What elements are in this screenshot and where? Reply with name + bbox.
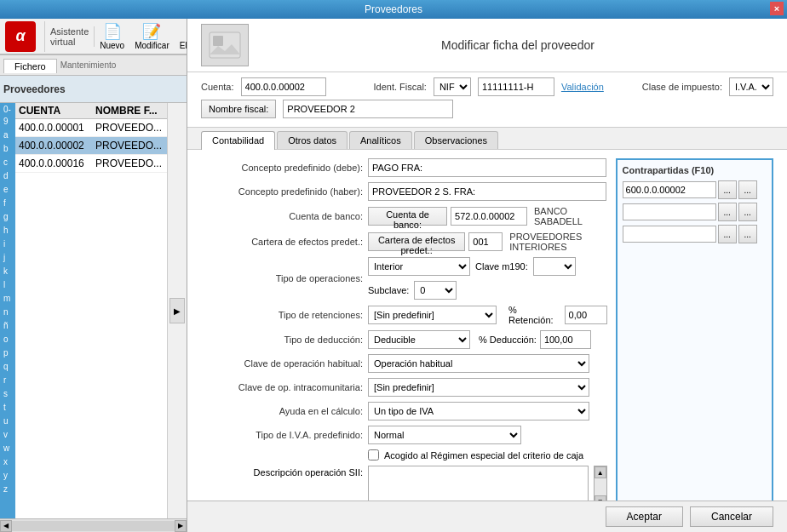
alpha-s[interactable]: s [0, 387, 15, 401]
modificar-label: Modificar [135, 41, 169, 50]
nif-input[interactable] [478, 77, 554, 96]
alpha-j[interactable]: j [0, 251, 15, 265]
validacion-link[interactable]: Validación [561, 82, 604, 92]
alpha-k[interactable]: k [0, 265, 15, 278]
alpha-u[interactable]: u [0, 415, 15, 428]
scroll-left[interactable]: ◀ [0, 520, 12, 532]
alpha-n[interactable]: n [0, 306, 15, 319]
cuenta-banco-button[interactable]: Cuenta de banco: [368, 207, 447, 226]
cartera-label: Cartera de efectos predet.: [201, 237, 363, 247]
tipo-deduccion-select[interactable]: Deducible [368, 330, 470, 349]
alpha-i[interactable]: i [0, 237, 15, 251]
scroll-right[interactable]: ▶ [175, 520, 187, 532]
title-bar-text: Proveedores [365, 3, 422, 15]
close-button[interactable]: × [770, 2, 784, 15]
cartera-input[interactable] [468, 232, 503, 251]
contra-input-3[interactable] [623, 226, 716, 243]
row-nombre-3: PROVEEDO... [95, 157, 164, 169]
contra-input-2[interactable] [623, 203, 716, 220]
contra-ellipsis-2b[interactable]: ... [738, 203, 757, 221]
mantenimiento-label: Mantenimiento [57, 57, 120, 73]
asistente-virtual-button[interactable]: Asistentevirtual [45, 26, 95, 47]
alpha-f[interactable]: f [0, 197, 15, 210]
contra-row-2: ... ... [623, 203, 767, 221]
cuenta-banco-input[interactable] [451, 207, 527, 226]
subclave-select[interactable]: 0 [414, 281, 457, 300]
alpha-0-9[interactable]: 0-9 [0, 103, 15, 129]
tipo-retenciones-select[interactable]: [Sin predefinir] [368, 306, 497, 324]
list-item[interactable]: 400.0.0.00016 PROVEEDO... [15, 155, 167, 173]
alpha-x[interactable]: x [0, 455, 15, 469]
title-bar: Proveedores × [0, 0, 787, 19]
alpha-l[interactable]: l [0, 278, 15, 292]
alpha-t[interactable]: t [0, 401, 15, 415]
alpha-w[interactable]: w [0, 442, 15, 455]
clave-intra-select[interactable]: [Sin predefinir] [368, 378, 589, 397]
alpha-z[interactable]: z [0, 483, 15, 496]
alpha-b[interactable]: b [0, 142, 15, 156]
contra-ellipsis-3a[interactable]: ... [718, 225, 737, 243]
tab-observaciones[interactable]: Observaciones [414, 131, 498, 149]
pct-deduccion-input[interactable] [540, 330, 591, 349]
tab-analiticos[interactable]: Analíticos [349, 131, 412, 149]
alpha-p[interactable]: p [0, 346, 15, 360]
tipo-iva-select[interactable]: Normal [368, 426, 521, 444]
asistente-virtual-label: Asistentevirtual [50, 26, 89, 47]
list-item[interactable]: 400.0.0.00001 PROVEEDO... [15, 119, 167, 137]
alpha-c[interactable]: c [0, 156, 15, 169]
alpha-e[interactable]: e [0, 183, 15, 197]
atena-logo: α [5, 21, 36, 52]
alpha-r[interactable]: r [0, 374, 15, 387]
contra-input-1[interactable] [623, 181, 716, 198]
contra-ellipsis-1b[interactable]: ... [738, 180, 757, 199]
cuenta-input[interactable] [241, 77, 326, 96]
desc-sii-textarea[interactable] [368, 466, 589, 501]
contra-ellipsis-3b[interactable]: ... [738, 225, 757, 243]
clave-m190-select[interactable] [533, 257, 576, 276]
desc-scrollbar[interactable]: ▲ ▼ [594, 466, 607, 501]
alpha-ñ[interactable]: ñ [0, 319, 15, 333]
row-cuenta-2: 400.0.0.00002 [19, 140, 95, 152]
tipo-deduccion-label: Tipo de deducción: [201, 335, 363, 345]
alpha-v[interactable]: v [0, 428, 15, 442]
tab-otros-datos[interactable]: Otros datos [277, 131, 348, 149]
row-cuenta-3: 400.0.0.00016 [19, 157, 95, 169]
pct-retencion-input[interactable] [565, 306, 607, 324]
nombre-fiscal-button[interactable]: Nombre fiscal: [201, 100, 276, 118]
modificar-button[interactable]: 📝 Modificar [129, 20, 175, 52]
tipo-operaciones-select[interactable]: Interior [368, 257, 470, 276]
alpha-o[interactable]: o [0, 333, 15, 346]
alpha-a[interactable]: a [0, 129, 15, 142]
concepto-debe-input[interactable] [368, 158, 606, 177]
cartera-button[interactable]: Cartera de efectos predet.: [368, 232, 465, 251]
nuevo-button[interactable]: 📄 Nuevo [95, 20, 129, 52]
clase-impuesto-select[interactable]: I.V.A. [729, 77, 773, 96]
concepto-haber-input[interactable] [368, 182, 606, 201]
sidebar-expand-arrow[interactable]: ▶ [169, 298, 185, 323]
alpha-d[interactable]: d [0, 169, 15, 183]
list-item-selected[interactable]: 400.0.0.00002 PROVEEDO... [15, 137, 167, 155]
scroll-up-arrow[interactable]: ▲ [595, 466, 606, 478]
tab-contabilidad[interactable]: Contabilidad [201, 131, 275, 150]
contra-ellipsis-2a[interactable]: ... [718, 203, 737, 221]
aceptar-button[interactable]: Aceptar [606, 506, 683, 527]
alpha-y[interactable]: y [0, 469, 15, 483]
alpha-q[interactable]: q [0, 360, 15, 374]
alpha-g[interactable]: g [0, 210, 15, 224]
fichero-tab[interactable]: Fichero [3, 59, 57, 73]
form-header: Modificar ficha del proveedor [187, 19, 787, 72]
alpha-h[interactable]: h [0, 224, 15, 237]
alpha-m[interactable]: m [0, 292, 15, 306]
clave-intra-label: Clave de op. intracomunitaria: [201, 382, 363, 392]
form-fields-section: Cuenta: Ident. Fiscal: NIF Validación Cl… [187, 72, 787, 128]
clave-operacion-label: Clave de operación habitual: [201, 358, 363, 369]
criterio-caja-checkbox[interactable] [368, 449, 379, 460]
nombre-fiscal-input[interactable] [283, 100, 453, 118]
concepto-haber-label: Concepto predefinido (haber): [201, 186, 363, 197]
contra-ellipsis-1a[interactable]: ... [718, 180, 737, 199]
ident-fiscal-select[interactable]: NIF [434, 77, 471, 96]
clave-operacion-select[interactable]: Operación habitual [368, 354, 589, 373]
ayuda-calculo-select[interactable]: Un tipo de IVA [368, 402, 589, 420]
pct-deduccion-label: % Deducción: [479, 335, 537, 345]
cancelar-button[interactable]: Cancelar [690, 506, 773, 527]
